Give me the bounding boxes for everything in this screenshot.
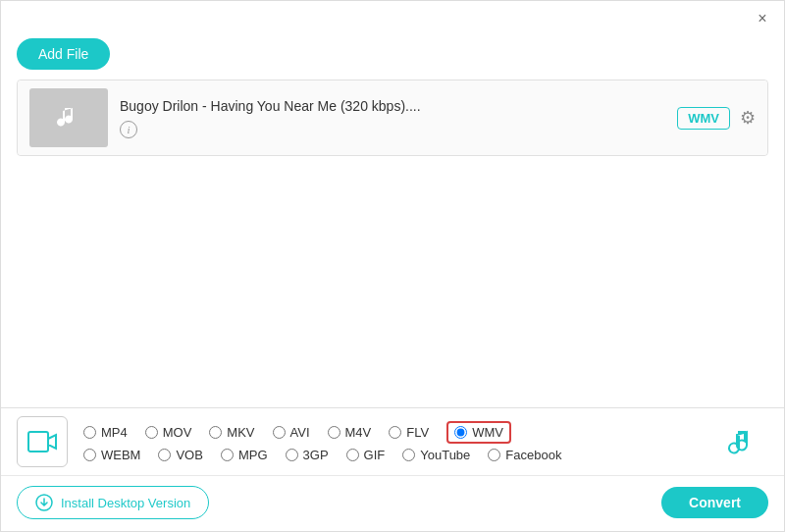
format-option-mov[interactable]: MOV — [145, 425, 192, 440]
format-options-row-2: WEBM VOB MPG 3GP GIF YouTube — [83, 448, 717, 462]
action-bar: Install Desktop Version Convert — [1, 475, 784, 531]
format-option-wmv[interactable]: WMV — [446, 421, 511, 444]
format-option-facebook[interactable]: Facebook — [488, 448, 561, 462]
radio-mp4[interactable] — [83, 426, 96, 439]
file-item: Bugoy Drilon - Having You Near Me (320 k… — [18, 80, 767, 155]
format-option-mpg[interactable]: MPG — [221, 448, 268, 462]
install-label: Install Desktop Version — [61, 496, 190, 510]
radio-mkv[interactable] — [209, 426, 222, 439]
format-row: MP4 MOV MKV AVI M4V FLV WM — [1, 408, 784, 475]
radio-gif[interactable] — [346, 449, 359, 461]
format-option-webm[interactable]: WEBM — [83, 448, 140, 462]
video-icon — [26, 426, 58, 457]
install-desktop-button[interactable]: Install Desktop Version — [17, 486, 209, 519]
settings-icon[interactable]: ⚙ — [740, 107, 756, 129]
audio-icon — [727, 426, 759, 457]
file-list: Bugoy Drilon - Having You Near Me (320 k… — [17, 80, 768, 156]
format-option-flv[interactable]: FLV — [389, 425, 429, 440]
svg-rect-0 — [28, 432, 48, 452]
radio-wmv[interactable] — [454, 426, 467, 439]
title-bar: × — [1, 1, 784, 32]
file-thumbnail — [29, 88, 108, 147]
radio-youtube[interactable] — [402, 449, 415, 461]
format-option-mkv[interactable]: MKV — [209, 425, 254, 440]
info-icon[interactable]: i — [120, 121, 137, 138]
toolbar: Add File — [1, 32, 784, 80]
audio-icon-box[interactable] — [717, 416, 768, 467]
main-content — [1, 156, 784, 392]
radio-3gp[interactable] — [286, 449, 298, 461]
format-options-row-1: MP4 MOV MKV AVI M4V FLV WM — [83, 421, 717, 444]
format-badge[interactable]: WMV — [677, 107, 730, 130]
format-option-mp4[interactable]: MP4 — [83, 425, 128, 440]
format-option-avi[interactable]: AVI — [273, 425, 310, 440]
add-file-button[interactable]: Add File — [17, 38, 110, 70]
file-name: Bugoy Drilon - Having You Near Me (320 k… — [120, 98, 665, 114]
video-format-icon-box[interactable] — [17, 416, 68, 467]
format-option-3gp[interactable]: 3GP — [286, 448, 329, 462]
format-option-m4v[interactable]: M4V — [328, 425, 372, 440]
radio-facebook[interactable] — [488, 449, 500, 461]
download-icon — [35, 494, 53, 511]
bottom-bar: MP4 MOV MKV AVI M4V FLV WM — [1, 407, 784, 531]
format-option-vob[interactable]: VOB — [158, 448, 202, 462]
radio-avi[interactable] — [273, 426, 286, 439]
radio-vob[interactable] — [158, 449, 171, 461]
radio-mpg[interactable] — [221, 449, 234, 461]
music-icon — [51, 100, 86, 135]
format-option-youtube[interactable]: YouTube — [402, 448, 470, 462]
file-info: Bugoy Drilon - Having You Near Me (320 k… — [108, 98, 677, 138]
radio-mov[interactable] — [145, 426, 158, 439]
close-button[interactable]: × — [753, 9, 772, 28]
file-actions: WMV ⚙ — [677, 107, 756, 130]
radio-webm[interactable] — [83, 449, 96, 461]
radio-m4v[interactable] — [328, 426, 340, 439]
svg-marker-1 — [48, 435, 56, 449]
format-options: MP4 MOV MKV AVI M4V FLV WM — [83, 421, 717, 462]
close-icon: × — [758, 10, 766, 27]
radio-flv[interactable] — [389, 426, 401, 439]
convert-button[interactable]: Convert — [661, 487, 768, 518]
format-option-gif[interactable]: GIF — [346, 448, 386, 462]
